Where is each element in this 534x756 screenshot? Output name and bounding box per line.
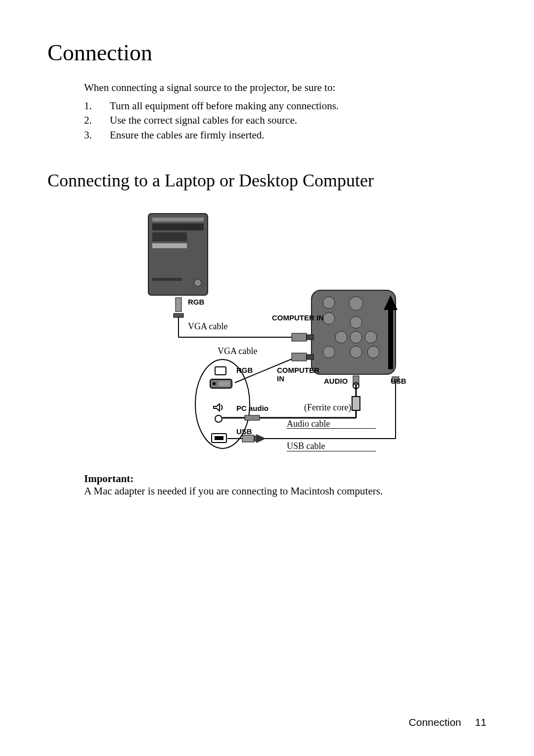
list-number: 2. <box>84 113 110 128</box>
svg-point-8 <box>323 297 335 309</box>
list-number: 3. <box>84 128 110 142</box>
list-text: Use the correct signal cables for each s… <box>110 113 297 128</box>
svg-point-15 <box>350 346 362 358</box>
svg-point-12 <box>350 331 362 343</box>
label-computer-in: COMPUTER IN <box>272 313 324 322</box>
footer-page-number: 11 <box>475 716 487 728</box>
label-usb-cable: USB cable <box>287 441 325 451</box>
label-usb-right: USB <box>391 377 406 385</box>
important-text: A Mac adapter is needed if you are conne… <box>84 485 487 497</box>
svg-rect-2 <box>152 223 204 230</box>
label-rgb: RGB <box>188 298 204 306</box>
svg-rect-26 <box>215 436 223 440</box>
list-text: Ensure the cables are firmly inserted. <box>110 128 265 142</box>
projector-panel-icon <box>312 290 398 374</box>
svg-point-5 <box>194 279 201 286</box>
rgb-port-icon <box>174 298 183 317</box>
svg-point-11 <box>335 331 347 343</box>
svg-rect-23 <box>219 381 229 386</box>
svg-point-10 <box>349 297 363 311</box>
svg-point-14 <box>350 316 362 328</box>
label-vga-cable-2: VGA cable <box>218 346 257 356</box>
list-number: 1. <box>84 99 110 113</box>
svg-rect-37 <box>245 415 260 420</box>
desktop-tower-icon <box>148 214 208 295</box>
svg-rect-27 <box>176 298 181 311</box>
list-item: 3. Ensure the cables are firmly inserted… <box>84 128 487 142</box>
svg-point-24 <box>215 415 222 422</box>
svg-rect-6 <box>152 278 182 281</box>
list-text: Turn all equipment off before making any… <box>110 99 339 113</box>
label-vga-cable: VGA cable <box>188 321 227 332</box>
svg-rect-32 <box>307 335 313 340</box>
svg-point-16 <box>323 346 335 358</box>
label-audio-cable: Audio cable <box>287 419 330 429</box>
svg-rect-1 <box>152 218 204 222</box>
label-audio: AUDIO <box>324 377 348 385</box>
label-computer-in-2: COMPUTER IN <box>277 366 319 383</box>
svg-rect-20 <box>215 367 226 375</box>
important-note: Important: A Mac adapter is needed if yo… <box>84 473 487 497</box>
label-usb-left: USB <box>236 427 252 436</box>
svg-rect-35 <box>307 355 313 359</box>
diagram-svg <box>129 209 405 461</box>
label-pc-audio: PC audio <box>236 404 268 412</box>
list-item: 2. Use the correct signal cables for eac… <box>84 113 487 128</box>
label-rgb-2: RGB <box>236 366 253 374</box>
page-title: Connection <box>47 40 487 66</box>
svg-rect-4 <box>152 243 187 248</box>
diagram-container: RGB COMPUTER IN VGA cable VGA cable RGB … <box>47 209 487 461</box>
divider <box>287 451 376 451</box>
svg-rect-43 <box>242 435 254 442</box>
svg-rect-34 <box>292 353 307 361</box>
page-footer: Connection 11 <box>409 716 487 728</box>
svg-point-13 <box>365 331 377 343</box>
svg-rect-28 <box>174 313 183 317</box>
important-label: Important: <box>84 473 487 485</box>
svg-rect-39 <box>352 397 360 410</box>
numbered-list: 1. Turn all equipment off before making … <box>84 99 487 142</box>
svg-rect-31 <box>292 333 307 341</box>
section-subtitle: Connecting to a Laptop or Desktop Comput… <box>47 170 487 191</box>
label-ferrite: (Ferrite core) <box>304 402 351 413</box>
svg-rect-3 <box>152 232 187 241</box>
svg-point-9 <box>323 312 335 324</box>
page: Connection When connecting a signal sour… <box>0 0 534 756</box>
intro-text: When connecting a signal source to the p… <box>84 82 487 94</box>
divider <box>287 428 376 429</box>
svg-marker-45 <box>256 434 266 443</box>
footer-section: Connection <box>409 716 461 728</box>
svg-point-17 <box>367 346 379 358</box>
list-item: 1. Turn all equipment off before making … <box>84 99 487 113</box>
connection-diagram: RGB COMPUTER IN VGA cable VGA cable RGB … <box>129 209 405 461</box>
svg-point-22 <box>213 382 216 385</box>
